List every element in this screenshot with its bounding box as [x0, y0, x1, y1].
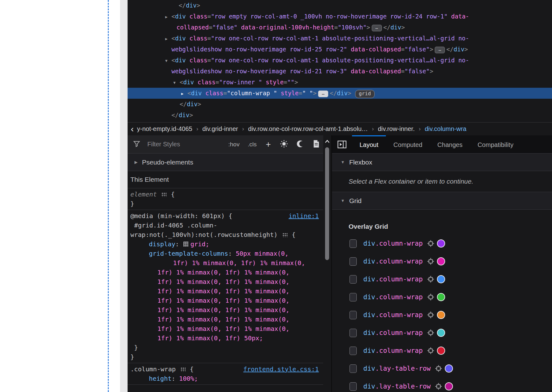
filter-styles-input[interactable]: Filter Styles [128, 140, 224, 149]
jump-to-node-icon[interactable] [427, 347, 434, 354]
css-rule-line[interactable]: #grid.id-4065 .column- [128, 221, 323, 230]
grid-color-swatch[interactable] [437, 239, 445, 248]
css-rules-list: element {}inline:1@media (min-width: 601… [128, 188, 323, 385]
grid-color-swatch[interactable] [445, 382, 453, 390]
breadcrumb-item[interactable]: div.grid-inner [202, 125, 238, 133]
breadcrumb-item[interactable]: y-not-empty.id-4065 [137, 125, 192, 133]
overlay-grid-checkbox[interactable] [350, 364, 357, 373]
rule-dots-icon[interactable] [180, 367, 186, 372]
grid-badge[interactable]: grid [355, 90, 375, 98]
css-rule-line[interactable]: } [128, 352, 323, 362]
css-rule-line[interactable]: 1fr) 1% minmax(0, 1fr) 1% minmax(0, [128, 315, 323, 324]
grid-color-swatch[interactable] [445, 364, 453, 373]
jump-to-node-icon[interactable] [427, 240, 434, 247]
overlay-grid-checkbox[interactable] [350, 311, 357, 319]
jump-to-node-icon[interactable] [435, 365, 442, 372]
css-rule-line[interactable]: display: grid; [128, 239, 323, 249]
css-rule-line[interactable]: 1fr) 1% minmax(0, 1fr) 1% minmax(0, [128, 296, 323, 305]
add-rule-button[interactable]: + [266, 139, 271, 149]
markup-node-line[interactable]: ▶<div class="column-wrap " style=" ">…</… [128, 88, 552, 99]
pseudo-elements-header[interactable]: ▶ Pseudo-elements [128, 154, 323, 171]
markup-node-line[interactable]: collapsed="false" data-original-100vh-he… [128, 22, 552, 33]
markup-node-line[interactable]: webglslideshow no-row-hoverimage row-id-… [128, 66, 552, 77]
css-rule-line[interactable]: 1fr) 1% minmax(0, 1fr) 1% minmax(0, [128, 268, 323, 277]
grid-color-swatch[interactable] [437, 329, 445, 337]
tab-computed[interactable]: Computed [386, 135, 430, 153]
markup-node-line[interactable]: </div> [128, 99, 552, 110]
jump-to-node-icon[interactable] [427, 294, 434, 301]
tab-compatibility[interactable]: Compatibility [470, 135, 521, 153]
expand-twisty-icon[interactable]: ▶ [165, 12, 171, 23]
css-rule-line[interactable]: } [128, 199, 323, 208]
css-rule-line[interactable]: element { [128, 190, 323, 199]
css-rule-line[interactable]: 1fr) 1% minmax(0, 1fr) 50px; [128, 333, 323, 343]
overlay-grid-checkbox[interactable] [350, 382, 357, 391]
jump-to-node-icon[interactable] [427, 329, 434, 336]
jump-to-node-icon[interactable] [427, 276, 434, 283]
stylesheet-source-link[interactable]: inline:1 [289, 212, 319, 220]
markup-node-line[interactable]: ▶<div class="row one-col-row row-col-amt… [128, 33, 552, 44]
jump-to-node-icon[interactable] [427, 311, 434, 318]
stylesheet-source-link[interactable]: frontend.style.css:1 [243, 365, 319, 373]
css-rule-line[interactable]: 1fr) 1% minmax(0, 1fr) 1% minmax(0, [128, 258, 323, 268]
grid-color-swatch[interactable] [437, 293, 445, 301]
page-scrollbar[interactable] [120, 0, 128, 392]
markup-node-line[interactable]: webglslideshow no-row-hoverimage row-id-… [128, 44, 552, 55]
grid-section-header[interactable]: ▼ Grid [332, 192, 552, 210]
children-ellipsis-pill[interactable]: … [435, 47, 445, 53]
expand-twisty-icon[interactable]: ▶ [165, 34, 171, 44]
children-ellipsis-pill[interactable]: … [318, 91, 328, 97]
tab-changes[interactable]: Changes [430, 135, 470, 153]
children-ellipsis-pill[interactable]: … [372, 25, 382, 31]
jump-to-node-icon[interactable] [427, 258, 434, 265]
markup-node-line[interactable]: ▶<div class="row empty row-col-amt-0 _10… [128, 11, 552, 22]
dark-theme-simulation-icon[interactable] [296, 140, 304, 149]
overlay-grid-checkbox[interactable] [350, 293, 357, 301]
markup-node-line[interactable]: </div> [128, 110, 552, 121]
jump-to-node-icon[interactable] [435, 383, 442, 390]
css-rule-line[interactable]: } [128, 343, 323, 352]
light-theme-simulation-icon[interactable] [280, 140, 288, 149]
grid-highlighter-toggle-icon[interactable] [183, 242, 188, 247]
flexbox-section-header[interactable]: ▼ Flexbox [332, 154, 552, 171]
css-rule-line[interactable]: wrap:not(._100vh):not(.rowcustomheight) … [128, 230, 323, 239]
breadcrumb-scroll-left-button[interactable]: ‹ [128, 125, 137, 133]
breadcrumb-items: y-not-empty.id-4065›div.grid-inner›div.r… [137, 125, 466, 133]
overlay-grid-checkbox[interactable] [350, 275, 357, 284]
css-rule-line[interactable]: height: 100%; [128, 374, 323, 383]
scrollbar-up-arrow-icon[interactable] [323, 138, 331, 145]
breadcrumb-item[interactable]: div.row-inner. [378, 125, 415, 133]
collapse-twisty-icon[interactable]: ▼ [165, 55, 171, 66]
grid-color-swatch[interactable] [437, 347, 445, 355]
css-rule-line[interactable]: 1fr) 1% minmax(0, 1fr) 1% minmax(0, [128, 305, 323, 315]
breadcrumb-item[interactable]: div.row.one-col-row.row-col-amt-1.absolu… [248, 125, 368, 133]
collapse-twisty-icon[interactable]: ▼ [173, 77, 180, 88]
overlay-grid-checkbox[interactable] [350, 329, 357, 337]
markup-node-line[interactable]: </div> [128, 0, 552, 11]
markup-node-line[interactable]: ▼<div class="row-inner " style=""> [128, 77, 552, 88]
css-rule-line[interactable]: 1fr) 1% minmax(0, 1fr) 1% minmax(0, [128, 324, 323, 333]
toggle-classes-button[interactable]: .cls [248, 141, 257, 148]
grid-color-swatch[interactable] [437, 275, 445, 283]
this-element-label: This Element [130, 176, 169, 183]
expand-twisty-icon[interactable]: ▶ [181, 88, 187, 99]
grid-color-swatch[interactable] [437, 257, 445, 265]
css-rule-line[interactable]: grid-template-columns: 50px minmax(0, [128, 249, 323, 258]
rule-dots-icon[interactable] [282, 233, 287, 237]
rule-dots-icon[interactable] [161, 192, 166, 197]
breadcrumb-item[interactable]: div.column-wra [425, 125, 466, 133]
overlay-grid-checkbox[interactable] [350, 257, 357, 266]
toggle-pseudo-classes-button[interactable]: :hov [228, 141, 239, 148]
layout-pane: LayoutComputedChangesCompatibility ▼ Fle… [331, 135, 552, 392]
grid-color-swatch[interactable] [437, 311, 445, 319]
css-rule-line[interactable]: 1fr) 1% minmax(0, 1fr) 1% minmax(0, [128, 286, 323, 296]
sidebar-toggle-icon[interactable] [332, 135, 352, 153]
overlay-grid-checkbox[interactable] [350, 347, 357, 355]
overlay-grid-checkbox[interactable] [350, 239, 357, 248]
rules-pane-scrollbar[interactable] [323, 135, 331, 392]
css-rule-line[interactable]: 1fr) 1% minmax(0, 1fr) 1% minmax(0, [128, 277, 323, 286]
scrollbar-thumb[interactable] [325, 147, 329, 260]
print-media-simulation-icon[interactable] [313, 140, 320, 149]
tab-layout[interactable]: Layout [352, 135, 386, 153]
markup-node-line[interactable]: ▼<div class="row one-col-row row-col-amt… [128, 55, 552, 66]
